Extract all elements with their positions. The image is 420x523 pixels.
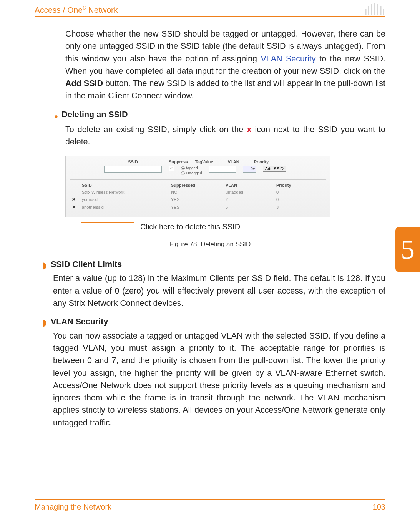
vlan-security-link[interactable]: VLAN Security [261, 54, 315, 63]
fig-hdr-suppress: Suppress [169, 159, 188, 164]
footer-section-title: Managing the Network [35, 503, 111, 511]
figure-ssid-table: SSID Suppress TagValue VLAN Priority ✓ t… [65, 156, 385, 231]
ssid-client-limits-heading: SSID Client Limits [51, 260, 122, 269]
delete-x-icon: x [247, 125, 251, 134]
company-logo-icon [364, 3, 385, 15]
fig-hdr-ssid: SSID [104, 159, 162, 164]
delete-row-icon[interactable]: ✕ [70, 196, 80, 203]
priority-select[interactable]: 0 ▾ [243, 166, 256, 173]
fig-hdr-priority: Priority [254, 159, 269, 164]
brand-title: Access / One® Network [35, 5, 118, 15]
vlan-security-body: You can now associate a tagged or untagg… [53, 330, 385, 429]
vlan-input[interactable] [209, 166, 236, 173]
col-vlan: VLAN [224, 182, 274, 188]
ssid-client-limits-body: Enter a value (up to 128) in the Maximum… [53, 272, 385, 309]
table-row: Strix Wireless Network NO untagged 0 [70, 189, 325, 195]
fig-hdr-tagvalue: TagValue [195, 159, 213, 164]
ssid-list-table: SSID Suppressed VLAN Priority Strix Wire… [70, 181, 326, 211]
intro-paragraph: Choose whether the new SSID should be ta… [65, 28, 385, 102]
add-ssid-button[interactable]: Add SSID [263, 166, 286, 172]
page-number: 103 [373, 503, 385, 511]
col-priority: Priority [275, 182, 325, 188]
callout-connector-icon [81, 193, 81, 222]
delete-row-icon[interactable]: ✕ [70, 204, 80, 211]
col-ssid: SSID [80, 182, 169, 188]
sub-bullet-icon: ◗ [42, 317, 47, 329]
fig-hdr-vlan: VLAN [220, 159, 247, 164]
callout-label: Click here to delete this SSID [140, 222, 385, 231]
bullet-icon: • [55, 110, 58, 123]
chapter-number: 5 [401, 234, 415, 266]
untagged-radio[interactable] [181, 171, 185, 175]
suppress-checkbox[interactable]: ✓ [169, 166, 174, 171]
figure-caption: Figure 78. Deleting an SSID [35, 241, 385, 248]
ssid-input[interactable] [104, 166, 162, 173]
add-ssid-label: Add SSID [65, 79, 103, 88]
chapter-tab: 5 [395, 227, 420, 272]
callout-connector-icon [81, 222, 134, 223]
deleting-ssid-body: To delete an existing SSID, simply click… [65, 123, 385, 148]
delete-row-icon[interactable] [70, 189, 80, 195]
footer-divider [35, 499, 385, 500]
brand-prefix: Access / One [35, 5, 83, 14]
brand-reg: ® [83, 5, 86, 11]
header-divider [35, 16, 385, 17]
vlan-security-heading: VLAN Security [51, 317, 108, 327]
deleting-ssid-heading: Deleting an SSID [61, 110, 128, 120]
tagged-radio[interactable] [181, 166, 185, 170]
table-row: ✕ anotherssid YES 5 3 [70, 204, 325, 211]
sub-bullet-icon: ◗ [42, 260, 47, 272]
brand-suffix: Network [86, 5, 118, 14]
table-row: ✕ yourssid YES 2 0 [70, 196, 325, 203]
col-suppressed: Suppressed [169, 182, 223, 188]
